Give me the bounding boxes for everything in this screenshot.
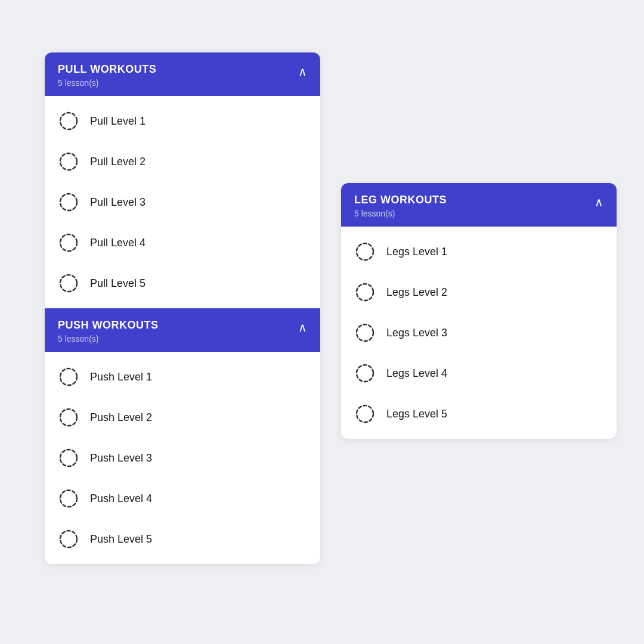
- lesson-label: Pull Level 1: [90, 115, 145, 128]
- push-workouts-header[interactable]: PUSH WORKOUTS 5 lesson(s) ∧: [45, 308, 320, 352]
- svg-point-14: [357, 405, 373, 422]
- pull-workouts-list: Pull Level 1 Pull Level 2 Pull Level 3 P…: [45, 96, 320, 308]
- right-card: LEG WORKOUTS 5 lesson(s) ∧ Legs Level 1 …: [341, 183, 617, 439]
- leg-workouts-header[interactable]: LEG WORKOUTS 5 lesson(s) ∧: [341, 183, 617, 227]
- push-workouts-chevron: ∧: [298, 320, 307, 335]
- svg-point-1: [60, 153, 77, 170]
- svg-point-3: [60, 234, 77, 251]
- list-item[interactable]: Legs Level 1: [341, 231, 617, 272]
- incomplete-icon: [58, 488, 79, 509]
- incomplete-icon: [354, 241, 376, 262]
- lesson-label: Pull Level 3: [90, 196, 145, 209]
- list-item[interactable]: Push Level 3: [45, 438, 320, 478]
- incomplete-icon: [58, 447, 79, 469]
- pull-workouts-header[interactable]: PULL WORKOUTS 5 lesson(s) ∧: [45, 52, 320, 96]
- list-item[interactable]: Pull Level 3: [45, 182, 320, 222]
- leg-workouts-chevron: ∧: [595, 195, 603, 209]
- pull-workouts-title: PULL WORKOUTS: [58, 63, 156, 76]
- list-item[interactable]: Push Level 4: [45, 478, 320, 519]
- push-workouts-title: PUSH WORKOUTS: [58, 319, 159, 332]
- incomplete-icon: [354, 281, 376, 303]
- incomplete-icon: [58, 232, 79, 253]
- list-item[interactable]: Push Level 1: [45, 357, 320, 397]
- svg-point-2: [60, 194, 77, 210]
- incomplete-icon: [58, 191, 79, 213]
- lesson-label: Push Level 3: [90, 452, 152, 465]
- list-item[interactable]: Legs Level 3: [341, 312, 617, 353]
- list-item[interactable]: Pull Level 4: [45, 222, 320, 263]
- list-item[interactable]: Legs Level 5: [341, 394, 617, 434]
- incomplete-icon: [58, 366, 79, 388]
- lesson-label: Legs Level 3: [386, 327, 447, 339]
- list-item[interactable]: Push Level 2: [45, 397, 320, 438]
- svg-point-11: [357, 284, 373, 301]
- lesson-label: Legs Level 5: [386, 408, 447, 420]
- lesson-label: Push Level 5: [90, 533, 152, 546]
- list-item[interactable]: Legs Level 2: [341, 272, 617, 312]
- leg-workouts-subtitle: 5 lesson(s): [354, 209, 447, 218]
- svg-point-10: [357, 243, 373, 260]
- svg-point-12: [357, 324, 373, 341]
- lesson-label: Legs Level 1: [386, 246, 447, 258]
- svg-point-13: [357, 365, 373, 382]
- incomplete-icon: [58, 110, 79, 132]
- list-item[interactable]: Legs Level 4: [341, 353, 617, 394]
- svg-point-4: [60, 275, 77, 292]
- leg-workouts-title: LEG WORKOUTS: [354, 194, 447, 206]
- incomplete-icon: [58, 528, 79, 550]
- lesson-label: Push Level 1: [90, 371, 152, 383]
- list-item[interactable]: Pull Level 2: [45, 141, 320, 182]
- lesson-label: Legs Level 2: [386, 286, 447, 299]
- incomplete-icon: [354, 322, 376, 343]
- lesson-label: Pull Level 5: [90, 277, 145, 290]
- svg-point-5: [60, 369, 77, 385]
- svg-point-0: [60, 113, 77, 129]
- list-item[interactable]: Pull Level 5: [45, 263, 320, 304]
- svg-point-6: [60, 409, 77, 426]
- lesson-label: Pull Level 4: [90, 237, 145, 249]
- lesson-label: Legs Level 4: [386, 367, 447, 380]
- pull-workouts-subtitle: 5 lesson(s): [58, 78, 156, 88]
- lesson-label: Pull Level 2: [90, 156, 145, 168]
- push-workouts-list: Push Level 1 Push Level 2 Push Level 3 P…: [45, 352, 320, 564]
- incomplete-icon: [58, 407, 79, 428]
- pull-workouts-chevron: ∧: [298, 64, 307, 79]
- lesson-label: Push Level 4: [90, 493, 152, 505]
- svg-point-9: [60, 531, 77, 547]
- list-item[interactable]: Push Level 5: [45, 519, 320, 559]
- incomplete-icon: [354, 403, 376, 425]
- push-workouts-subtitle: 5 lesson(s): [58, 334, 159, 343]
- incomplete-icon: [58, 151, 79, 172]
- incomplete-icon: [58, 273, 79, 294]
- svg-point-8: [60, 490, 77, 507]
- leg-workouts-list: Legs Level 1 Legs Level 2 Legs Level 3 L…: [341, 227, 617, 439]
- lesson-label: Push Level 2: [90, 411, 152, 424]
- left-card: PULL WORKOUTS 5 lesson(s) ∧ Pull Level 1…: [45, 52, 320, 564]
- list-item[interactable]: Pull Level 1: [45, 101, 320, 141]
- svg-point-7: [60, 450, 77, 466]
- incomplete-icon: [354, 363, 376, 384]
